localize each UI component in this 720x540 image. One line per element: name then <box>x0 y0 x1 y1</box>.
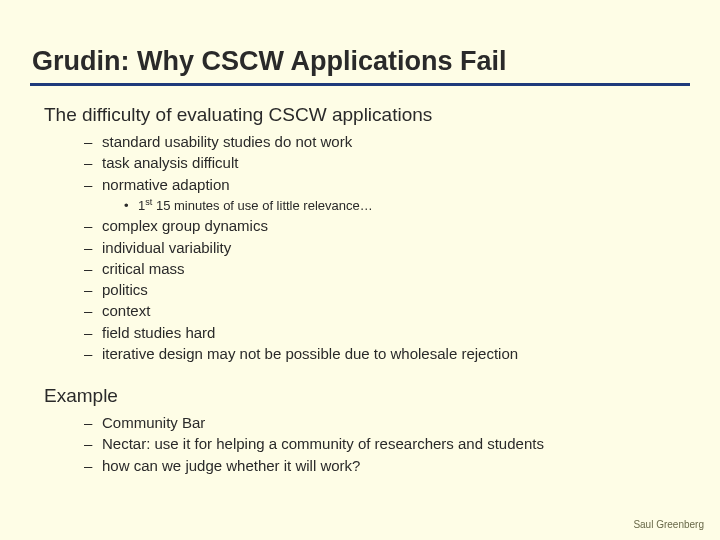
list-item: complex group dynamics <box>84 216 690 236</box>
sub-list-item: 1st 15 minutes of use of little relevanc… <box>124 197 690 215</box>
list-item: task analysis difficult <box>84 153 690 173</box>
list-item: Nectar: use it for helping a community o… <box>84 434 690 454</box>
list-item: iterative design may not be possible due… <box>84 344 690 364</box>
list-item: Community Bar <box>84 413 690 433</box>
section-heading-example: Example <box>44 385 690 407</box>
slide: Grudin: Why CSCW Applications Fail The d… <box>0 0 720 540</box>
list-item: how can we judge whether it will work? <box>84 456 690 476</box>
list-item: standard usability studies do not work <box>84 132 690 152</box>
section-heading-difficulty: The difficulty of evaluating CSCW applic… <box>44 104 690 126</box>
difficulty-list-a: standard usability studies do not work t… <box>84 132 690 195</box>
slide-title: Grudin: Why CSCW Applications Fail <box>32 46 690 77</box>
list-item: critical mass <box>84 259 690 279</box>
example-list: Community Bar Nectar: use it for helping… <box>84 413 690 476</box>
list-item: individual variability <box>84 238 690 258</box>
list-item: field studies hard <box>84 323 690 343</box>
sub-bullet-list: 1st 15 minutes of use of little relevanc… <box>124 197 690 215</box>
difficulty-list-b: complex group dynamics individual variab… <box>84 216 690 364</box>
sub-rest: 15 minutes of use of little relevance… <box>152 198 372 213</box>
footer-author: Saul Greenberg <box>633 519 704 530</box>
spacer <box>30 365 690 377</box>
list-item: context <box>84 301 690 321</box>
title-underline <box>30 83 690 86</box>
list-item: politics <box>84 280 690 300</box>
list-item: normative adaption <box>84 175 690 195</box>
